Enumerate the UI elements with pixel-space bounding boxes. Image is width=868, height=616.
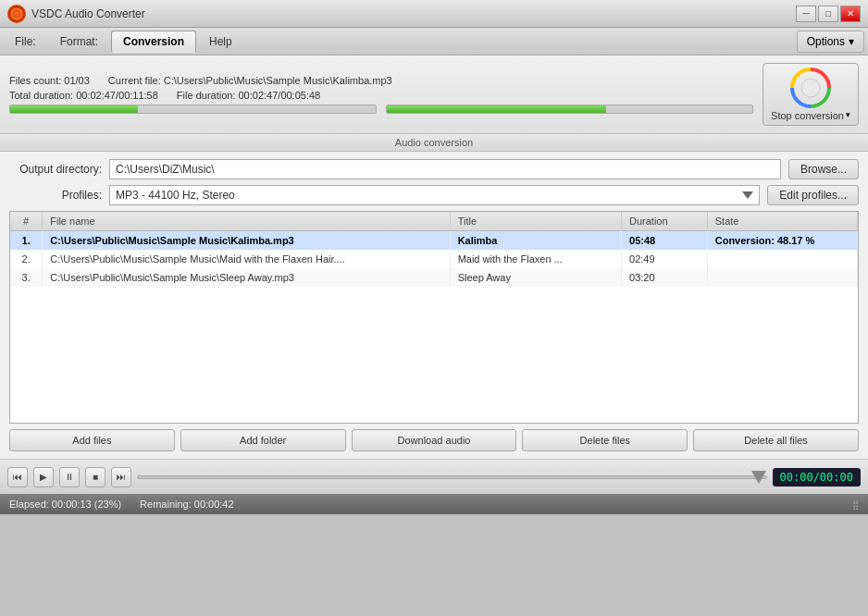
col-header-title: Title bbox=[450, 212, 621, 231]
elapsed-label: Elapsed: 00:00:13 (23%) bbox=[9, 499, 121, 510]
title-bar-buttons: ─ □ ✕ bbox=[796, 6, 861, 22]
status-row-bottom: Total duration: 00:02:47/00:11:58 File d… bbox=[9, 90, 753, 101]
cell-filename: C:\Users\Public\Music\Sample Music\Maid … bbox=[43, 250, 450, 268]
profiles-row: Profiles: MP3 - 44100 Hz, Stereo Edit pr… bbox=[9, 185, 859, 205]
cell-num: 2. bbox=[10, 250, 43, 268]
col-header-num: # bbox=[10, 212, 43, 231]
cell-duration: 05:48 bbox=[622, 231, 708, 251]
forward-button[interactable]: ⏭ bbox=[111, 467, 131, 487]
add-files-button[interactable]: Add files bbox=[9, 429, 175, 451]
file-table-container: # File name Title Duration State 1. C:\U… bbox=[9, 211, 859, 424]
output-dir-input[interactable] bbox=[109, 159, 781, 179]
status-row-top: Files count: 01/03 Current file: C:\User… bbox=[9, 75, 753, 86]
cell-num: 3. bbox=[10, 268, 43, 287]
stop-conversion-button[interactable]: Stop conversion ▾ bbox=[763, 63, 859, 126]
download-audio-button[interactable]: Download audio bbox=[352, 429, 517, 451]
profiles-select[interactable]: MP3 - 44100 Hz, Stereo bbox=[109, 185, 760, 205]
file-progress-bar bbox=[386, 105, 753, 114]
cell-state bbox=[707, 250, 857, 268]
file-table-body: 1. C:\Users\Public\Music\Sample Music\Ka… bbox=[10, 231, 858, 288]
options-button[interactable]: Options ▾ bbox=[797, 31, 864, 53]
audio-conversion-banner: Audio conversion bbox=[0, 134, 868, 152]
files-count-label: Files count: 01/03 bbox=[9, 75, 90, 86]
svg-point-4 bbox=[801, 79, 820, 97]
window-title: VSDC Audio Converter bbox=[31, 7, 145, 20]
stop-label: Stop conversion bbox=[771, 110, 844, 121]
cell-state bbox=[707, 268, 857, 287]
cell-duration: 03:20 bbox=[622, 268, 708, 287]
total-duration-label: Total duration: 00:02:47/00:11:58 bbox=[9, 90, 158, 101]
profiles-label: Profiles: bbox=[9, 189, 102, 202]
browse-button[interactable]: Browse... bbox=[788, 159, 859, 179]
cell-duration: 02:49 bbox=[622, 250, 708, 268]
title-bar: VSDC Audio Converter ─ □ ✕ bbox=[0, 0, 868, 28]
status-bar: Elapsed: 00:00:13 (23%) Remaining: 00:00… bbox=[0, 494, 868, 514]
cell-filename: C:\Users\Public\Music\Sample Music\Kalim… bbox=[43, 231, 450, 251]
player-slider-thumb[interactable] bbox=[751, 471, 766, 484]
player-slider-track[interactable] bbox=[137, 475, 767, 479]
main-content: Output directory: Browse... Profiles: MP… bbox=[0, 152, 868, 459]
play-button[interactable]: ▶ bbox=[33, 467, 54, 487]
resize-handle-area: ⣿ bbox=[852, 498, 859, 511]
menu-bar: File: Format: Conversion Help Options ▾ bbox=[0, 28, 868, 55]
total-progress-fill bbox=[10, 105, 138, 113]
output-dir-row: Output directory: Browse... bbox=[9, 159, 859, 179]
bottom-buttons: Add files Add folder Download audio Dele… bbox=[9, 429, 859, 451]
current-file-label: Current file: C:\Users\Public\Music\Samp… bbox=[108, 75, 392, 86]
delete-all-button[interactable]: Delete all files bbox=[693, 429, 859, 451]
cell-title: Kalimba bbox=[450, 231, 621, 251]
col-header-state: State bbox=[707, 212, 857, 231]
cell-title: Sleep Away bbox=[450, 268, 621, 287]
file-duration-label: File duration: 00:02:47/00:05:48 bbox=[177, 90, 320, 101]
output-dir-label: Output directory: bbox=[9, 163, 102, 176]
delete-files-button[interactable]: Delete files bbox=[522, 429, 688, 451]
progress-row bbox=[9, 105, 753, 114]
cell-title: Maid with the Flaxen ... bbox=[450, 250, 621, 268]
audio-conversion-label: Audio conversion bbox=[395, 137, 473, 148]
col-header-duration: Duration bbox=[622, 212, 708, 231]
pause-button[interactable]: ⏸ bbox=[59, 467, 80, 487]
col-header-filename: File name bbox=[43, 212, 450, 231]
cell-state: Conversion: 48.17 % bbox=[707, 231, 857, 251]
maximize-button[interactable]: □ bbox=[818, 6, 838, 22]
cell-num: 1. bbox=[10, 231, 43, 251]
time-display: 00:00/00:00 bbox=[773, 468, 861, 487]
title-bar-left: VSDC Audio Converter bbox=[7, 5, 145, 23]
app-icon bbox=[7, 5, 26, 23]
menu-conversion[interactable]: Conversion bbox=[111, 31, 196, 53]
stop-dropdown-icon: ▾ bbox=[846, 110, 850, 119]
menu-format[interactable]: Format: bbox=[49, 31, 109, 52]
stop-player-button[interactable]: ■ bbox=[85, 467, 105, 487]
resize-icon: ⣿ bbox=[852, 499, 859, 510]
rewind-button[interactable]: ⏮ bbox=[7, 467, 28, 487]
file-table: # File name Title Duration State 1. C:\U… bbox=[10, 212, 858, 287]
table-row[interactable]: 2. C:\Users\Public\Music\Sample Music\Ma… bbox=[10, 250, 858, 268]
menu-help[interactable]: Help bbox=[198, 31, 243, 52]
table-row[interactable]: 3. C:\Users\Public\Music\Sample Music\Sl… bbox=[10, 268, 858, 287]
minimize-button[interactable]: ─ bbox=[796, 6, 816, 22]
file-progress-fill bbox=[387, 105, 606, 113]
player-slider-container[interactable] bbox=[137, 470, 767, 485]
progress-section: Files count: 01/03 Current file: C:\User… bbox=[9, 75, 753, 114]
menu-right: Options ▾ bbox=[797, 31, 864, 53]
player-bar: ⏮ ▶ ⏸ ■ ⏭ 00:00/00:00 bbox=[0, 459, 868, 494]
add-folder-button[interactable]: Add folder bbox=[180, 429, 346, 451]
table-header-row: # File name Title Duration State bbox=[10, 212, 858, 231]
edit-profiles-button[interactable]: Edit profiles... bbox=[767, 185, 859, 205]
status-area: Files count: 01/03 Current file: C:\User… bbox=[0, 55, 868, 134]
table-row[interactable]: 1. C:\Users\Public\Music\Sample Music\Ka… bbox=[10, 231, 858, 251]
cell-filename: C:\Users\Public\Music\Sample Music\Sleep… bbox=[43, 268, 450, 287]
svg-point-2 bbox=[14, 11, 19, 17]
remaining-label: Remaining: 00:00:42 bbox=[140, 499, 234, 510]
close-button[interactable]: ✕ bbox=[840, 6, 861, 22]
menu-file[interactable]: File: bbox=[4, 31, 47, 52]
total-progress-bar bbox=[9, 105, 377, 114]
